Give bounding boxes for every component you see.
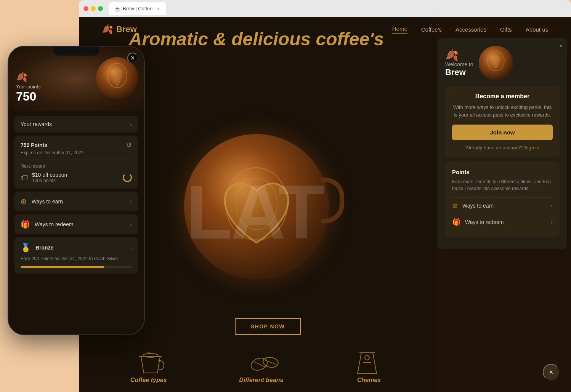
cup-handle <box>321 178 344 223</box>
points-section-description: Earn more Threads for different actions,… <box>452 178 553 192</box>
panel-ways-to-redeem[interactable]: 🎁 Ways to redeem › <box>452 214 553 230</box>
ways-to-redeem-phone-label: Ways to redeem <box>35 221 73 227</box>
browser-window: ☕ Brew | Coffee × 🍂 Brew Home Coffee's A… <box>79 0 571 392</box>
bronze-icon: 🏅 <box>21 243 31 253</box>
logo-icon: 🍂 <box>102 24 113 35</box>
phone-points-value: 750 <box>16 90 41 104</box>
points-count: 750 Points <box>21 142 47 148</box>
coupon-spinner <box>123 173 132 182</box>
ways-to-earn-row[interactable]: ⊕ Ways to earn › <box>14 192 138 211</box>
phone-content: 🍂 Your points 750 Your rewards › <box>8 46 144 334</box>
category-chemex[interactable]: Chemex <box>356 351 382 384</box>
bronze-progress-bar-background <box>21 266 132 268</box>
panel-ways-to-earn[interactable]: ⊕ Ways to earn › <box>452 197 553 214</box>
svg-point-6 <box>365 355 369 360</box>
nav-logo[interactable]: 🍂 Brew <box>102 24 137 35</box>
chemex-sketch-icon <box>356 351 379 378</box>
phone-points-label: Your points <box>16 84 41 90</box>
different-beans-label: Different beans <box>239 377 283 384</box>
coffee-cup-visual <box>184 134 329 279</box>
phone-header-coffee-cup <box>96 57 138 99</box>
points-divider <box>21 159 132 160</box>
ways-to-earn-phone-arrow: › <box>130 198 132 205</box>
nav-link-about[interactable]: About us <box>526 26 548 33</box>
floating-close-button[interactable]: × <box>543 364 560 381</box>
points-section: Points Earn more Threads for different a… <box>445 162 560 237</box>
coupon-name: $10 off coupon <box>32 172 123 178</box>
category-different-beans[interactable]: Different beans <box>239 351 283 384</box>
nav-link-accessories[interactable]: Accessories <box>456 26 486 33</box>
tab-close-button[interactable]: × <box>156 6 161 11</box>
panel-close-button[interactable]: × <box>559 43 563 50</box>
tab-favicon: ☕ <box>114 6 120 11</box>
coupon-row: 🏷 $10 off coupon 1000 points <box>21 172 132 183</box>
panel-logo-icon: 🍂 <box>445 49 459 61</box>
bronze-label: Bronze <box>35 245 53 251</box>
phone-body: Your rewards › 750 Points ↺ Expires on D… <box>8 111 144 278</box>
browser-chrome: ☕ Brew | Coffee × <box>79 0 571 17</box>
your-rewards-card[interactable]: Your rewards › <box>14 116 138 133</box>
sign-in-text: Already have an account? Sign in <box>452 145 553 150</box>
panel-coffee-image <box>479 46 513 80</box>
points-section-title: Points <box>452 169 553 175</box>
your-rewards-label: Your rewards <box>21 121 52 127</box>
nav-link-home[interactable]: Home <box>392 26 407 34</box>
browser-tab[interactable]: ☕ Brew | Coffee × <box>109 2 166 15</box>
become-member-title: Become a member <box>452 93 553 100</box>
sign-in-link[interactable]: Sign in <box>524 145 539 150</box>
ways-to-redeem-row[interactable]: 🎁 Ways to redeem › <box>14 214 138 234</box>
ways-to-redeem-phone-icon: 🎁 <box>21 220 30 229</box>
ways-to-earn-item-left: ⊕ Ways to earn <box>21 197 63 206</box>
shop-now-button[interactable]: SHOP NOW <box>235 318 301 335</box>
become-member-description: With more ways to unlock exciting perks,… <box>452 104 553 118</box>
different-beans-icon <box>248 351 274 374</box>
maximize-traffic-light[interactable] <box>98 6 103 11</box>
shop-now-container: SHOP NOW <box>155 318 380 335</box>
chemex-icon <box>356 351 382 374</box>
phone-mockup: × <box>0 46 152 362</box>
ways-to-redeem-label: Ways to redeem <box>465 219 504 225</box>
ways-to-redeem-phone-arrow: › <box>130 221 132 227</box>
bronze-progress-bar-fill <box>21 266 104 268</box>
beans-sketch-icon <box>248 351 282 378</box>
bronze-row: 🏅 Bronze › <box>21 243 132 253</box>
ways-to-earn-icon: ⊕ <box>452 202 458 210</box>
close-traffic-light[interactable] <box>83 6 88 11</box>
become-member-card: Become a member With more ways to unlock… <box>445 86 560 157</box>
phone-flame-icon: 🍂 <box>16 72 41 82</box>
panel-brand-name: Brew <box>445 67 473 77</box>
minimize-traffic-light[interactable] <box>91 6 96 11</box>
latte-art-svg <box>184 134 329 279</box>
coupon-points: 1000 points <box>32 178 123 183</box>
ways-to-earn-label: Ways to earn <box>462 203 494 209</box>
ways-to-redeem-icon: 🎁 <box>452 218 460 226</box>
phone-outer-shell: × <box>8 46 145 335</box>
website-content: 🍂 Brew Home Coffee's Accessories Gifts A… <box>79 17 571 392</box>
ways-to-earn-left: ⊕ Ways to earn <box>452 202 494 210</box>
ways-to-earn-phone-label: Ways to earn <box>32 198 63 205</box>
points-history-icon[interactable]: ↺ <box>126 141 132 149</box>
chemex-label: Chemex <box>357 377 381 384</box>
join-now-button[interactable]: Join now <box>452 125 553 140</box>
panel-welcome-text: Welcome to <box>445 61 473 67</box>
traffic-lights <box>83 6 103 11</box>
phone-close-button[interactable]: × <box>127 53 138 63</box>
next-reward-label: Next reward <box>21 163 132 169</box>
right-panel: × 🍂 Welcome to Brew <box>434 17 571 392</box>
bronze-section-card: 🏅 Bronze › Earn 250 Points by Dec 31, 20… <box>14 237 138 274</box>
ways-to-redeem-arrow: › <box>551 219 553 225</box>
nav-link-coffees[interactable]: Coffee's <box>421 26 442 33</box>
bronze-description: Earn 250 Points by Dec 31, 2022 to reach… <box>21 256 132 262</box>
coupon-info: $10 off coupon 1000 points <box>32 172 123 183</box>
rewards-arrow: › <box>130 121 132 127</box>
points-detail-card: 750 Points ↺ Expires on December 31, 202… <box>14 136 138 189</box>
phone-coffee-svg <box>96 57 138 99</box>
tab-title: Brew | Coffee <box>123 6 152 11</box>
nav-links: Home Coffee's Accessories Gifts About us <box>392 26 548 34</box>
coupon-icon: 🏷 <box>21 173 28 182</box>
points-expiry: Expires on December 31, 2022 <box>21 150 132 155</box>
nav-link-gifts[interactable]: Gifts <box>500 26 512 33</box>
bronze-arrow: › <box>130 245 132 251</box>
panel-header: 🍂 Welcome to Brew <box>445 46 560 80</box>
ways-to-redeem-left: 🎁 Ways to redeem <box>452 218 504 226</box>
